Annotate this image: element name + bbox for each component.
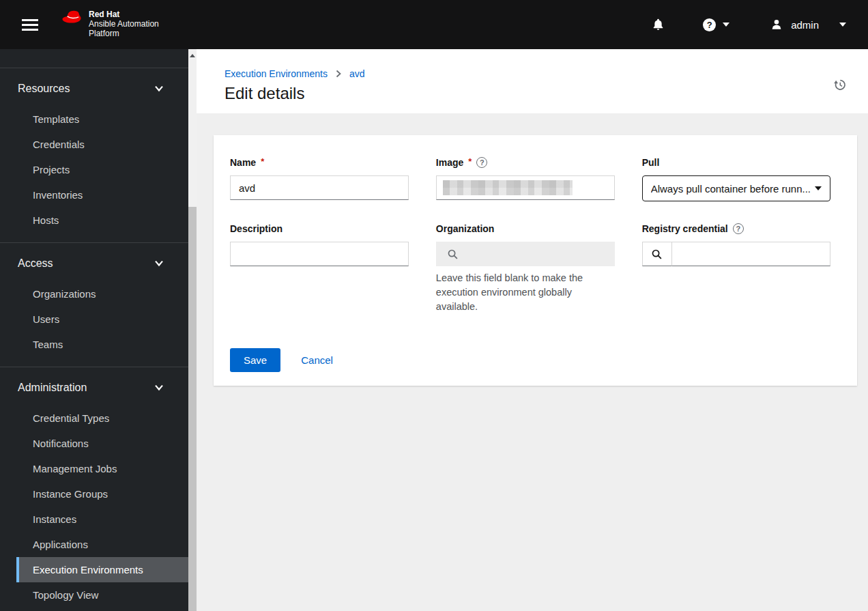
bell-icon xyxy=(652,18,665,31)
required-indicator: * xyxy=(261,156,264,167)
nav-group-resources[interactable]: Resources xyxy=(0,78,188,100)
sidebar-item-teams[interactable]: Teams xyxy=(16,332,188,357)
organization-field-group: Organization Leave this field blank to m… xyxy=(436,222,615,314)
sidebar-item-execution-environments[interactable]: Execution Environments xyxy=(16,557,188,582)
save-button[interactable]: Save xyxy=(230,348,280,372)
caret-down-icon xyxy=(815,186,822,190)
breadcrumb: Execution Environments avd xyxy=(225,68,846,79)
sidebar-item-credential-types[interactable]: Credential Types xyxy=(16,406,188,431)
registry-credential-label: Registry credential xyxy=(642,223,728,234)
chevron-down-icon xyxy=(154,260,164,267)
image-label: Image xyxy=(436,157,463,168)
nav-section-administration: Administration Credential Types Notifica… xyxy=(0,367,188,611)
username-label: admin xyxy=(791,19,819,31)
hamburger-menu-icon xyxy=(22,19,38,21)
main-content: Execution Environments avd Edit details xyxy=(197,49,868,611)
search-icon xyxy=(447,248,459,260)
angle-right-icon xyxy=(336,70,341,78)
sidebar-item-organizations[interactable]: Organizations xyxy=(16,281,188,307)
sidebar-item-management-jobs[interactable]: Management Jobs xyxy=(16,456,188,481)
chevron-down-icon xyxy=(154,85,164,92)
chevron-down-icon xyxy=(839,23,846,27)
cancel-button[interactable]: Cancel xyxy=(291,348,343,372)
registry-credential-field-group: Registry credential ? xyxy=(642,222,830,314)
history-icon xyxy=(833,78,846,91)
pull-selected-option: Always pull container before runn... xyxy=(651,183,811,195)
user-menu-button[interactable]: admin xyxy=(765,13,852,36)
help-dropdown-button[interactable]: ? xyxy=(697,13,735,37)
sidebar-item-users[interactable]: Users xyxy=(16,307,188,332)
search-icon xyxy=(651,248,663,260)
image-input[interactable] xyxy=(436,175,615,200)
edit-details-form: Name * Image * ? xyxy=(230,156,830,314)
registry-credential-help-icon[interactable]: ? xyxy=(733,223,744,234)
breadcrumb-link-avd[interactable]: avd xyxy=(349,68,365,79)
sidebar-item-projects[interactable]: Projects xyxy=(16,157,188,182)
sidebar-item-topology-view[interactable]: Topology View xyxy=(16,582,188,608)
sidebar-item-inventories[interactable]: Inventories xyxy=(16,182,188,208)
redhat-fedora-icon xyxy=(60,10,83,25)
question-circle-icon: ? xyxy=(703,18,716,31)
pull-field-group: Pull Always pull container before runn..… xyxy=(642,156,830,201)
description-input[interactable] xyxy=(230,242,409,266)
nav-section-access: Access Organizations Users Teams xyxy=(0,242,188,367)
organization-helper-text: Leave this field blank to make the execu… xyxy=(436,271,615,314)
brand-line2: Platform xyxy=(89,29,159,39)
name-label: Name xyxy=(230,157,256,168)
sidebar-item-templates[interactable]: Templates xyxy=(16,106,188,132)
sidebar-item-instance-groups[interactable]: Instance Groups xyxy=(16,481,188,507)
chevron-down-icon xyxy=(154,384,164,391)
sidebar-item-applications[interactable]: Applications xyxy=(16,532,188,557)
triangle-up-icon xyxy=(190,54,195,57)
nav-toggle-button[interactable] xyxy=(16,11,44,38)
description-field-group: Description xyxy=(230,222,409,314)
organization-label: Organization xyxy=(436,223,495,234)
scrollbar-up-button[interactable] xyxy=(188,49,197,61)
nav-section-resources: Resources Templates Credentials Projects… xyxy=(0,68,188,242)
breadcrumb-link-execution-environments[interactable]: Execution Environments xyxy=(225,68,328,79)
sidebar-scrollbar xyxy=(188,49,197,611)
registry-credential-input[interactable] xyxy=(672,242,830,266)
scrollbar-thumb[interactable] xyxy=(188,207,197,611)
page-title: Edit details xyxy=(225,84,846,103)
description-label: Description xyxy=(230,223,283,234)
edit-details-card: Name * Image * ? xyxy=(214,135,857,386)
sidebar-item-credentials[interactable]: Credentials xyxy=(16,132,188,157)
sidebar-item-hosts[interactable]: Hosts xyxy=(16,208,188,233)
name-field-group: Name * xyxy=(230,156,409,201)
notifications-button[interactable] xyxy=(646,12,670,37)
name-input[interactable] xyxy=(230,175,409,200)
sidebar-nav: Resources Templates Credentials Projects… xyxy=(0,49,188,611)
masthead: Red Hat Ansible Automation Platform ? ad… xyxy=(0,0,868,49)
redacted-image-value xyxy=(443,180,573,195)
organization-lookup[interactable] xyxy=(436,242,615,266)
brand-logo[interactable]: Red Hat Ansible Automation Platform xyxy=(60,10,159,38)
nav-group-access[interactable]: Access xyxy=(0,253,188,274)
image-field-group: Image * ? xyxy=(436,156,615,201)
brand-name: Red Hat xyxy=(89,10,159,20)
brand-line1: Ansible Automation xyxy=(89,20,159,29)
pull-label: Pull xyxy=(642,157,660,168)
nav-group-administration[interactable]: Administration xyxy=(0,377,188,399)
pull-select[interactable]: Always pull container before runn... xyxy=(642,175,830,201)
image-help-icon[interactable]: ? xyxy=(476,157,487,168)
user-icon xyxy=(770,18,783,31)
sidebar-item-instances[interactable]: Instances xyxy=(16,507,188,532)
registry-credential-search-button[interactable] xyxy=(642,242,672,266)
sidebar-item-notifications[interactable]: Notifications xyxy=(16,431,188,456)
chevron-down-icon xyxy=(723,23,729,27)
required-indicator: * xyxy=(468,156,472,167)
form-actions: Save Cancel xyxy=(230,348,830,372)
view-activity-stream-button[interactable] xyxy=(832,76,848,94)
page-header: Execution Environments avd Edit details xyxy=(197,49,868,113)
